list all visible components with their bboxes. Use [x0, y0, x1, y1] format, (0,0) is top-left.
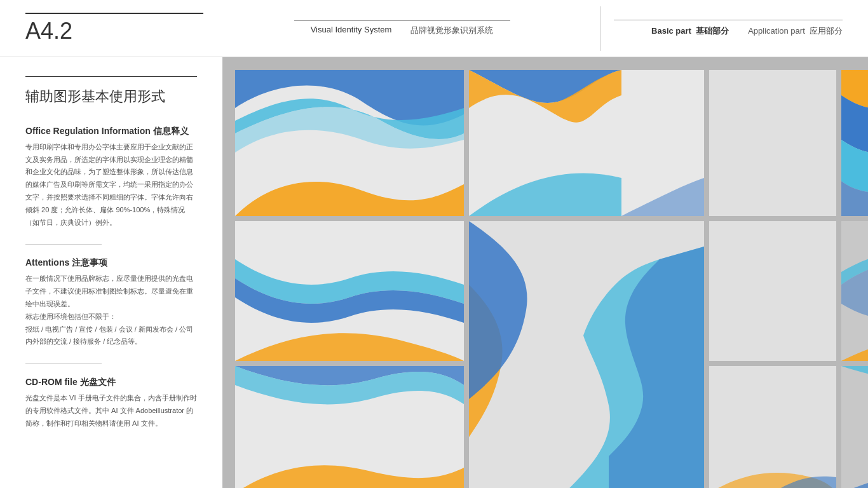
section-office-body: 专用印刷字体和专用办公字体主要应用于企业文献的正文及实务用品，所选定的字体用以实…	[25, 141, 197, 229]
section-office-title: Office Regulation Information 信息释义	[25, 126, 197, 137]
header-vertical-divider	[600, 6, 601, 51]
card-4	[841, 70, 868, 216]
svg-rect-8	[709, 366, 836, 488]
nav-application[interactable]: Application part 应用部分	[748, 25, 843, 37]
card-10	[841, 221, 868, 361]
nav-links: Basic part 基础部分 Application part 应用部分	[651, 25, 843, 37]
card-11	[841, 366, 868, 488]
header-right-line	[614, 20, 843, 20]
header-divider	[294, 20, 510, 21]
section-office: Office Regulation Information 信息释义 专用印刷字…	[25, 126, 197, 229]
section-cdrom: CD-ROM file 光盘文件 光盘文件是本 VI 手册电子文件的集合，内含手…	[25, 377, 197, 430]
section-cdrom-title: CD-ROM file 光盘文件	[25, 377, 197, 388]
header: A4.2 Visual Identity System 品牌视觉形象识别系统 B…	[0, 0, 868, 57]
card-5	[235, 221, 464, 361]
card-1	[235, 70, 464, 216]
card-3	[709, 70, 836, 216]
section-cdrom-body: 光盘文件是本 VI 手册电子文件的集合，内含手册制作时的专用软件格式文件。其中 …	[25, 392, 197, 430]
header-right: Basic part 基础部分 Application part 应用部分	[614, 20, 843, 37]
svg-rect-2	[709, 70, 836, 216]
section-attentions: Attentions 注意事项 在一般情况下使用品牌标志，应尽量使用提供的光盘电…	[25, 257, 197, 348]
svg-rect-10	[841, 366, 868, 488]
main-content: 辅助图形基本使用形式 Office Regulation Information…	[0, 57, 868, 488]
header-center: Visual Identity System 品牌视觉形象识别系统	[203, 20, 600, 36]
card-7	[469, 221, 704, 488]
page-number: A4.2	[25, 13, 203, 44]
divider-1	[25, 244, 102, 245]
vi-system-cn-label: 品牌视觉形象识别系统	[410, 25, 493, 36]
sidebar-title: 辅助图形基本使用形式	[25, 76, 197, 107]
sidebar: 辅助图形基本使用形式 Office Regulation Information…	[0, 57, 222, 488]
card-9	[709, 366, 836, 488]
nav-basic[interactable]: Basic part 基础部分	[651, 25, 729, 37]
header-center-labels: Visual Identity System 品牌视觉形象识别系统	[311, 25, 494, 36]
section-attentions-body: 在一般情况下使用品牌标志，应尽量使用提供的光盘电子文件，不建议使用标准制图绘制标…	[25, 273, 197, 348]
svg-rect-7	[709, 221, 836, 361]
card-2	[469, 70, 704, 216]
vi-system-label: Visual Identity System	[311, 25, 392, 36]
card-8	[709, 221, 836, 361]
section-attentions-title: Attentions 注意事项	[25, 257, 197, 269]
card-6	[235, 366, 464, 488]
divider-2	[25, 363, 102, 364]
content-grid	[222, 57, 868, 488]
